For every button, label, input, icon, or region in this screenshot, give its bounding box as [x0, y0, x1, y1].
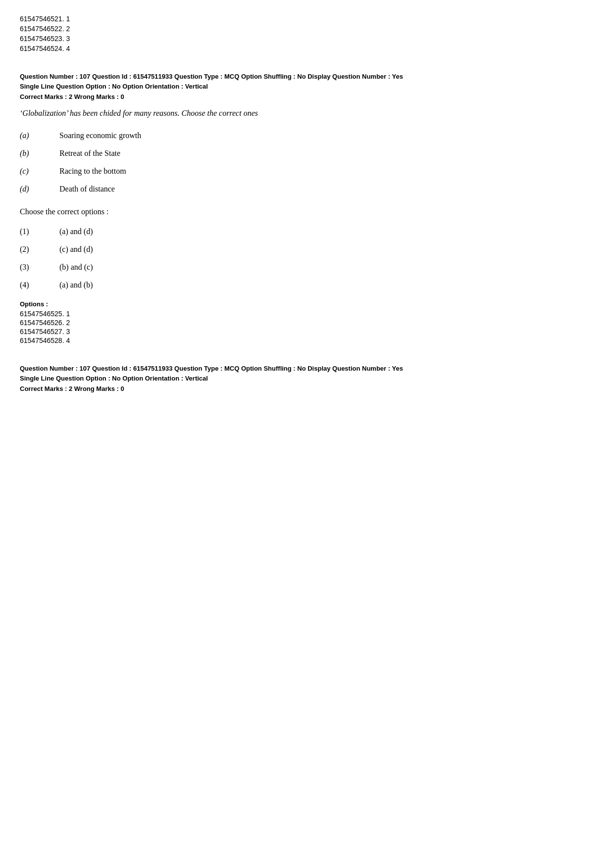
meta1-line2: Single Line Question Option : No Option …	[20, 83, 208, 90]
meta-block-1: Question Number : 107 Question Id : 6154…	[20, 72, 594, 91]
choose-correct-text: Choose the correct options :	[20, 207, 594, 216]
options-header: Options :	[20, 300, 594, 308]
second-option-1-id: 61547546525	[20, 310, 62, 318]
number-option-2: (2) (c) and (d)	[20, 245, 594, 254]
initial-option-2: 61547546522. 2	[20, 25, 594, 33]
number-option-2-text: (c) and (d)	[59, 245, 93, 254]
answer-option-b-label: (b)	[20, 149, 59, 158]
answer-option-b: (b) Retreat of the State	[20, 149, 594, 158]
second-option-2-id: 61547546526	[20, 319, 62, 327]
initial-options-list: 61547546521. 1 61547546522. 2 6154754652…	[20, 15, 594, 52]
meta2-line2: Single Line Question Option : No Option …	[20, 375, 208, 382]
answer-option-a: (a) Soaring economic growth	[20, 131, 594, 140]
initial-option-4-id: 61547546524	[20, 45, 62, 52]
second-option-3-num: 3	[66, 328, 70, 336]
number-option-3-text: (b) and (c)	[59, 263, 93, 272]
second-options-list: 61547546525. 1 61547546526. 2 6154754652…	[20, 310, 594, 344]
second-option-3-id: 61547546527	[20, 328, 62, 336]
answer-option-d-text: Death of distance	[59, 185, 115, 193]
answer-option-d: (d) Death of distance	[20, 185, 594, 193]
number-option-3: (3) (b) and (c)	[20, 263, 594, 272]
initial-option-1-num: 1	[66, 15, 70, 23]
answer-option-a-text: Soaring economic growth	[59, 131, 141, 140]
number-option-4-label: (4)	[20, 281, 59, 289]
second-option-4: 61547546528. 4	[20, 337, 594, 344]
number-option-4: (4) (a) and (b)	[20, 281, 594, 289]
answer-option-c-label: (c)	[20, 167, 59, 176]
initial-option-4-num: 4	[66, 45, 70, 52]
initial-option-1-id: 61547546521	[20, 15, 62, 23]
initial-option-2-num: 2	[66, 25, 70, 33]
second-option-2: 61547546526. 2	[20, 319, 594, 327]
answer-options-list: (a) Soaring economic growth (b) Retreat …	[20, 131, 594, 193]
answer-option-b-text: Retreat of the State	[59, 149, 120, 158]
meta-block-2: Question Number : 107 Question Id : 6154…	[20, 364, 594, 383]
second-option-2-num: 2	[66, 319, 70, 327]
initial-option-1: 61547546521. 1	[20, 15, 594, 23]
answer-option-c: (c) Racing to the bottom	[20, 167, 594, 176]
second-option-4-id: 61547546528	[20, 337, 62, 344]
answer-option-c-text: Racing to the bottom	[59, 167, 126, 176]
correct-marks-2: Correct Marks : 2 Wrong Marks : 0	[20, 385, 594, 392]
second-option-1: 61547546525. 1	[20, 310, 594, 318]
question-text: ‘Globalization’ has been chided for many…	[20, 107, 594, 119]
initial-option-3-id: 61547546523	[20, 35, 62, 43]
correct-marks-1: Correct Marks : 2 Wrong Marks : 0	[20, 93, 594, 100]
initial-option-3-num: 3	[66, 35, 70, 43]
initial-option-3: 61547546523. 3	[20, 35, 594, 43]
number-option-1: (1) (a) and (d)	[20, 227, 594, 236]
second-option-4-num: 4	[66, 337, 70, 344]
initial-option-2-id: 61547546522	[20, 25, 62, 33]
number-option-4-text: (a) and (b)	[59, 281, 93, 289]
number-options-list: (1) (a) and (d) (2) (c) and (d) (3) (b) …	[20, 227, 594, 289]
initial-option-4: 61547546524. 4	[20, 45, 594, 52]
second-option-1-num: 1	[66, 310, 70, 318]
number-option-1-text: (a) and (d)	[59, 227, 93, 236]
answer-option-a-label: (a)	[20, 131, 59, 140]
second-option-3: 61547546527. 3	[20, 328, 594, 336]
number-option-1-label: (1)	[20, 227, 59, 236]
answer-option-d-label: (d)	[20, 185, 59, 193]
meta1-line1: Question Number : 107 Question Id : 6154…	[20, 73, 403, 80]
number-option-3-label: (3)	[20, 263, 59, 272]
meta2-line1: Question Number : 107 Question Id : 6154…	[20, 365, 403, 372]
number-option-2-label: (2)	[20, 245, 59, 254]
